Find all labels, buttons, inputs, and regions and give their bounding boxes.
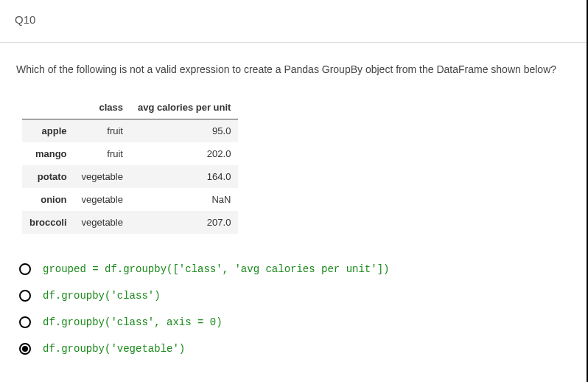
option-a[interactable]: grouped = df.groupby(['class', 'avg calo… — [16, 256, 572, 282]
question-body: Which of the following is not a valid ex… — [0, 43, 587, 382]
table-row: mango fruit 202.0 — [22, 142, 238, 165]
option-code: df.groupby('class', axis = 0) — [43, 316, 223, 328]
cell-value: 95.0 — [130, 119, 238, 143]
row-label: apple — [22, 119, 74, 143]
option-c[interactable]: df.groupby('class', axis = 0) — [16, 309, 572, 336]
radio-icon-selected — [19, 343, 31, 355]
cell-value: 164.0 — [130, 165, 238, 188]
question-page: Q10 Which of the following is not a vali… — [0, 0, 588, 382]
question-number: Q10 — [15, 13, 35, 26]
dataframe-table: class avg calories per unit apple fruit … — [22, 96, 238, 234]
cell-class: vegetable — [74, 188, 130, 211]
radio-icon — [19, 316, 31, 328]
col-header-avg: avg calories per unit — [130, 96, 238, 119]
table-corner — [22, 96, 74, 119]
cell-class: fruit — [74, 142, 130, 165]
cell-value: 202.0 — [130, 142, 238, 165]
cell-class: vegetable — [74, 211, 130, 234]
answer-options: grouped = df.groupby(['class', 'avg calo… — [16, 256, 572, 362]
table-row: apple fruit 95.0 — [22, 119, 238, 143]
table-row: onion vegetable NaN — [22, 188, 238, 211]
cell-value: 207.0 — [130, 211, 238, 234]
row-label: onion — [22, 188, 74, 211]
option-code: df.groupby('vegetable') — [43, 343, 185, 355]
cell-value: NaN — [130, 188, 238, 211]
question-header: Q10 — [0, 0, 587, 43]
cell-class: vegetable — [74, 165, 130, 188]
radio-icon — [19, 263, 31, 275]
row-label: potato — [22, 165, 74, 188]
table-row: broccoli vegetable 207.0 — [22, 211, 238, 234]
row-label: mango — [22, 142, 74, 165]
option-d[interactable]: df.groupby('vegetable') — [16, 336, 572, 362]
cell-class: fruit — [74, 119, 130, 143]
option-code: grouped = df.groupby(['class', 'avg calo… — [43, 263, 389, 275]
table-row: potato vegetable 164.0 — [22, 165, 238, 188]
option-b[interactable]: df.groupby('class') — [16, 282, 572, 309]
radio-icon — [19, 290, 31, 302]
option-code: df.groupby('class') — [43, 290, 161, 302]
question-text: Which of the following is not a valid ex… — [16, 63, 572, 75]
row-label: broccoli — [22, 211, 74, 234]
col-header-class: class — [74, 96, 130, 119]
